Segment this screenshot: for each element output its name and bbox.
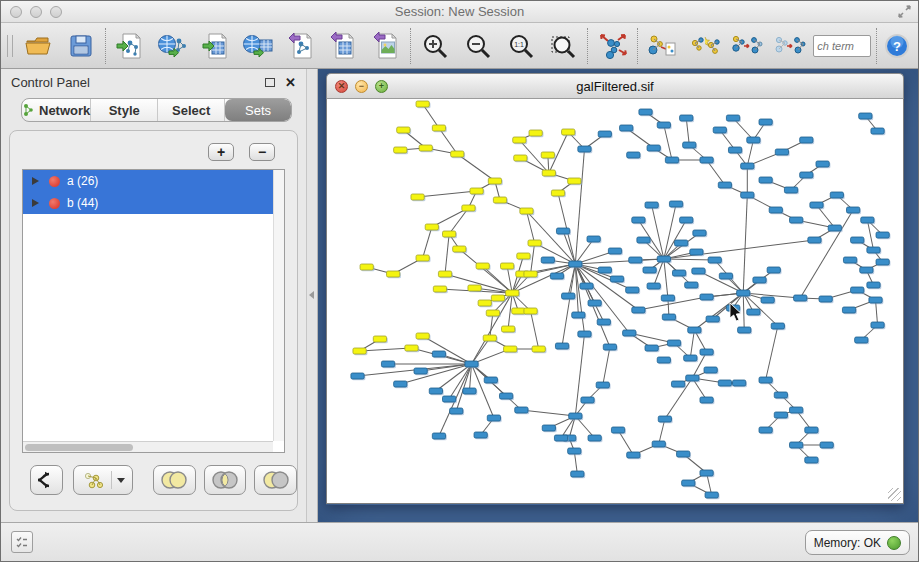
graph-node[interactable]	[578, 146, 591, 152]
graph-node[interactable]	[581, 397, 594, 403]
graph-node[interactable]	[514, 155, 527, 161]
zoom-fit-selected-button[interactable]	[542, 26, 585, 66]
graph-node[interactable]	[520, 208, 533, 214]
graph-node[interactable]	[588, 300, 601, 306]
graph-node[interactable]	[680, 217, 693, 223]
graph-node[interactable]	[637, 237, 650, 243]
graph-node[interactable]	[373, 336, 386, 342]
graph-node[interactable]	[759, 377, 772, 383]
help-button[interactable]: ?	[880, 26, 914, 66]
network-compare-button[interactable]	[684, 26, 727, 66]
network-canvas[interactable]	[326, 99, 904, 504]
graph-node[interactable]	[675, 240, 688, 246]
union-button[interactable]	[153, 465, 196, 495]
graph-node[interactable]	[468, 285, 481, 291]
graph-node[interactable]	[465, 361, 478, 367]
graph-node[interactable]	[645, 345, 658, 351]
graph-node[interactable]	[860, 267, 873, 273]
graph-node[interactable]	[554, 435, 567, 441]
graph-node[interactable]	[506, 290, 519, 296]
graph-node[interactable]	[867, 282, 880, 288]
graph-node[interactable]	[700, 294, 713, 300]
graph-node[interactable]	[425, 224, 438, 230]
import-network-url-button[interactable]	[152, 26, 195, 66]
close-panel-icon[interactable]: ✕	[285, 76, 296, 89]
graph-node[interactable]	[501, 263, 514, 269]
graph-node[interactable]	[416, 255, 429, 261]
network-merge-button[interactable]	[726, 26, 769, 66]
network-extract-button[interactable]	[769, 26, 812, 66]
graph-node[interactable]	[627, 152, 640, 158]
remove-set-button[interactable]: −	[249, 143, 275, 161]
graph-node[interactable]	[483, 335, 496, 341]
graph-node[interactable]	[705, 492, 718, 498]
graph-node[interactable]	[486, 310, 499, 316]
graph-node[interactable]	[562, 293, 575, 299]
graph-node[interactable]	[627, 452, 640, 458]
graph-node[interactable]	[512, 308, 525, 314]
graph-node[interactable]	[572, 312, 585, 318]
graph-node[interactable]	[587, 236, 600, 242]
import-table-file-button[interactable]	[194, 26, 237, 66]
graph-node[interactable]	[598, 267, 611, 273]
graph-node[interactable]	[794, 295, 807, 301]
graph-node[interactable]	[517, 253, 530, 259]
graph-node[interactable]	[652, 441, 665, 447]
graph-node[interactable]	[769, 207, 782, 213]
graph-node[interactable]	[747, 137, 760, 143]
graph-node[interactable]	[513, 137, 526, 143]
graph-node[interactable]	[524, 271, 537, 277]
graph-node[interactable]	[726, 115, 739, 121]
graph-node[interactable]	[761, 297, 774, 303]
graph-node[interactable]	[713, 127, 726, 133]
graph-node[interactable]	[397, 127, 410, 133]
graph-node[interactable]	[556, 228, 569, 234]
open-session-button[interactable]	[17, 26, 60, 66]
graph-node[interactable]	[692, 268, 705, 274]
graph-node[interactable]	[433, 286, 446, 292]
difference-button[interactable]	[254, 465, 297, 495]
graph-node[interactable]	[657, 256, 670, 262]
float-panel-icon[interactable]	[265, 78, 275, 87]
graph-node[interactable]	[767, 267, 780, 273]
graph-node[interactable]	[677, 451, 690, 457]
graph-node[interactable]	[738, 327, 751, 333]
graph-node[interactable]	[683, 142, 696, 148]
graph-node[interactable]	[596, 382, 609, 388]
resize-grip-icon[interactable]	[888, 488, 901, 501]
graph-node[interactable]	[855, 337, 868, 343]
graph-node[interactable]	[580, 283, 593, 289]
graph-node[interactable]	[419, 145, 432, 151]
graph-node[interactable]	[470, 188, 483, 194]
graph-node[interactable]	[685, 282, 698, 288]
graph-node[interactable]	[661, 295, 674, 301]
ndex-import-button[interactable]	[641, 26, 684, 66]
graph-node[interactable]	[643, 267, 656, 273]
graph-node[interactable]	[353, 348, 366, 354]
zoom-in-button[interactable]	[414, 26, 457, 66]
graph-node[interactable]	[688, 327, 701, 333]
graph-node[interactable]	[867, 247, 880, 253]
graph-node[interactable]	[416, 333, 429, 339]
graph-node[interactable]	[529, 130, 542, 136]
graph-node[interactable]	[499, 393, 512, 399]
graph-node[interactable]	[569, 413, 582, 419]
graph-node[interactable]	[816, 161, 829, 167]
graph-node[interactable]	[700, 157, 713, 163]
graph-node[interactable]	[478, 300, 491, 306]
tab-network[interactable]: Network	[22, 99, 91, 121]
graph-node[interactable]	[610, 276, 623, 282]
graph-node[interactable]	[810, 202, 823, 208]
graph-node[interactable]	[774, 412, 787, 418]
graph-node[interactable]	[771, 323, 784, 329]
graph-node[interactable]	[733, 380, 746, 386]
graph-node[interactable]	[682, 480, 695, 486]
graph-node[interactable]	[629, 257, 642, 263]
graph-node[interactable]	[411, 194, 424, 200]
graph-node[interactable]	[819, 296, 832, 302]
network-view-window[interactable]: ✕ − + galFiltered.sif	[326, 73, 904, 505]
graph-node[interactable]	[451, 151, 464, 157]
horizontal-scrollbar[interactable]	[23, 441, 273, 452]
graph-node[interactable]	[429, 388, 442, 394]
scrollbar-thumb[interactable]	[25, 444, 133, 451]
